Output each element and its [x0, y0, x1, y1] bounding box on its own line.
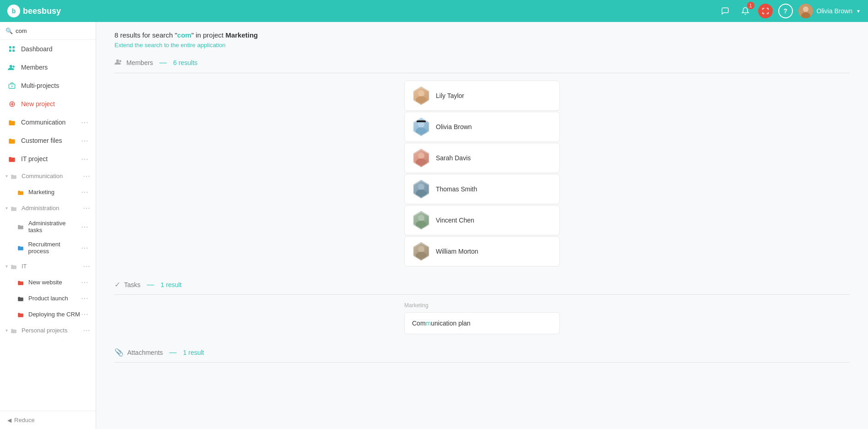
member-avatar-sarah-davis [412, 149, 430, 167]
notification-area: 1 [738, 4, 753, 18]
administration-group-header[interactable]: ▾ Administration ⋯ [0, 200, 96, 216]
search-query-text: com [177, 31, 191, 39]
user-name: Olivia Brown [817, 7, 853, 15]
svg-point-13 [119, 60, 122, 62]
member-card-william-morton[interactable]: William Morton [404, 236, 560, 266]
personal-projects-more-icon[interactable]: ⋯ [83, 326, 90, 335]
svg-point-1 [803, 6, 808, 12]
tasks-section-divider: ✓ Tasks — 1 result [114, 280, 850, 295]
tasks-section-header: ✓ Tasks — 1 result [114, 280, 182, 289]
search-input[interactable] [16, 27, 92, 34]
administration-group-more-icon[interactable]: ⋯ [83, 204, 90, 212]
sidebar-reduce-button[interactable]: ◀ Reduce [0, 411, 96, 429]
new-website-folder-icon [16, 278, 25, 287]
personal-projects-group-header[interactable]: ▾ Personal projects ⋯ [0, 322, 96, 338]
tasks-section-sep: — [147, 281, 154, 289]
sidebar-item-product-launch[interactable]: Product launch ⋯ [0, 290, 96, 306]
it-group-collapse-icon: ▾ [5, 264, 8, 269]
header-right: 1 ? Olivia Brown ▼ [718, 4, 861, 18]
tasks-section: ✓ Tasks — 1 result Marketing Communicati… [114, 280, 850, 334]
deploying-crm-more-icon[interactable]: ⋯ [81, 310, 88, 319]
sidebar-item-admin-tasks[interactable]: Administrative tasks ⋯ [0, 216, 96, 237]
marketing-more-icon[interactable]: ⋯ [81, 188, 88, 196]
admin-tasks-more-icon[interactable]: ⋯ [81, 223, 88, 231]
member-avatar-thomas-smith [412, 180, 430, 198]
personal-projects-label: Personal projects [22, 327, 83, 334]
svg-point-12 [116, 60, 119, 62]
it-project-label: IT project [21, 155, 48, 163]
svg-rect-22 [417, 120, 426, 122]
user-menu[interactable]: Olivia Brown ▼ [798, 4, 861, 18]
sidebar-item-communication-project[interactable]: Communication ⋯ [0, 113, 96, 131]
member-name-vincent-chen: Vincent Chen [436, 217, 474, 224]
members-section-sep: — [159, 59, 167, 67]
svg-rect-3 [9, 46, 11, 49]
member-card-olivia-brown[interactable]: Olivia Brown [404, 112, 560, 142]
communication-more-icon[interactable]: ⋯ [81, 118, 88, 127]
attachments-section-label: Attachments [127, 349, 163, 356]
svg-point-34 [416, 221, 427, 229]
project-name-text: Marketing [225, 31, 258, 39]
svg-point-25 [418, 152, 424, 159]
recruitment-more-icon[interactable]: ⋯ [81, 244, 88, 252]
sidebar-item-customer-files[interactable]: Customer files ⋯ [0, 131, 96, 150]
it-project-more-icon[interactable]: ⋯ [81, 155, 88, 163]
member-cards-list: Lily Taylor Olivia Brown [404, 81, 560, 266]
member-name-william-morton: William Morton [436, 248, 478, 255]
communication-group-more-icon[interactable]: ⋯ [83, 172, 90, 180]
help-button[interactable]: ? [778, 4, 793, 18]
sidebar-item-marketing[interactable]: Marketing ⋯ [0, 184, 96, 200]
task-name-suffix: unication plan [431, 320, 470, 327]
dashboard-label: Dashboard [21, 45, 53, 53]
it-group-header[interactable]: ▾ IT ⋯ [0, 258, 96, 274]
admin-tasks-folder-icon [16, 223, 25, 231]
member-card-vincent-chen[interactable]: Vincent Chen [404, 205, 560, 235]
attachments-section: 📎 Attachments — 1 result [114, 348, 850, 363]
it-group-more-icon[interactable]: ⋯ [83, 262, 90, 271]
logo[interactable]: b beesbusy [7, 5, 61, 17]
search-icon: 🔍 [5, 27, 13, 34]
marketing-label: Marketing [28, 189, 54, 195]
communication-group-header[interactable]: ▾ Communication ⋯ [0, 168, 96, 184]
task-name-highlight: m [426, 320, 431, 327]
attachments-section-header: 📎 Attachments — 1 result [114, 348, 204, 357]
sidebar-item-new-website[interactable]: New website ⋯ [0, 274, 96, 290]
member-name-thomas-smith: Thomas Smith [436, 185, 477, 193]
product-launch-more-icon[interactable]: ⋯ [81, 294, 88, 303]
sidebar-item-deploying-crm[interactable]: Deploying the CRM ⋯ [0, 306, 96, 322]
new-website-more-icon[interactable]: ⋯ [81, 278, 88, 287]
expand-button[interactable] [758, 4, 773, 18]
sidebar-item-recruitment[interactable]: Recruitment process ⋯ [0, 237, 96, 258]
admin-tasks-label: Administrative tasks [28, 220, 81, 234]
sidebar-item-multi-projects[interactable]: Multi-projects [0, 76, 96, 95]
customer-files-more-icon[interactable]: ⋯ [81, 136, 88, 145]
multi-projects-icon [7, 81, 16, 90]
member-avatar-vincent-chen [412, 211, 430, 229]
in-project-text: " in project [191, 31, 226, 39]
task-card-comm-plan[interactable]: Communication plan [404, 312, 560, 334]
communication-folder-icon [7, 118, 16, 127]
chat-button[interactable] [718, 4, 732, 18]
members-label: Members [21, 64, 48, 71]
member-card-thomas-smith[interactable]: Thomas Smith [404, 174, 560, 204]
search-results-header: 8 results for search "com" in project Ma… [114, 31, 850, 49]
result-count-prefix: 8 [114, 31, 118, 39]
deploying-crm-label: Deploying the CRM [28, 311, 80, 318]
svg-point-26 [416, 158, 427, 167]
svg-point-8 [13, 65, 15, 68]
member-card-lily-taylor[interactable]: Lily Taylor [404, 81, 560, 111]
members-section: Members — 6 results [114, 58, 850, 266]
task-name-comm-plan: Communication plan [412, 320, 471, 327]
sidebar-item-members[interactable]: Members [0, 58, 96, 76]
member-card-sarah-davis[interactable]: Sarah Davis [404, 143, 560, 173]
sidebar-item-new-project[interactable]: ⊕ New project [0, 95, 96, 113]
attachments-section-divider: 📎 Attachments — 1 result [114, 348, 850, 363]
main-content: 8 results for search "com" in project Ma… [96, 22, 868, 429]
extend-search-link[interactable]: Extend the search to the entire applicat… [114, 42, 226, 49]
deploying-crm-folder-icon [16, 310, 25, 319]
sidebar-item-it-project[interactable]: IT project ⋯ [0, 150, 96, 168]
app-header: b beesbusy 1 ? [0, 0, 868, 22]
svg-point-29 [418, 184, 424, 190]
sidebar-item-dashboard[interactable]: Dashboard [0, 40, 96, 58]
it-group-label: IT [22, 263, 83, 270]
